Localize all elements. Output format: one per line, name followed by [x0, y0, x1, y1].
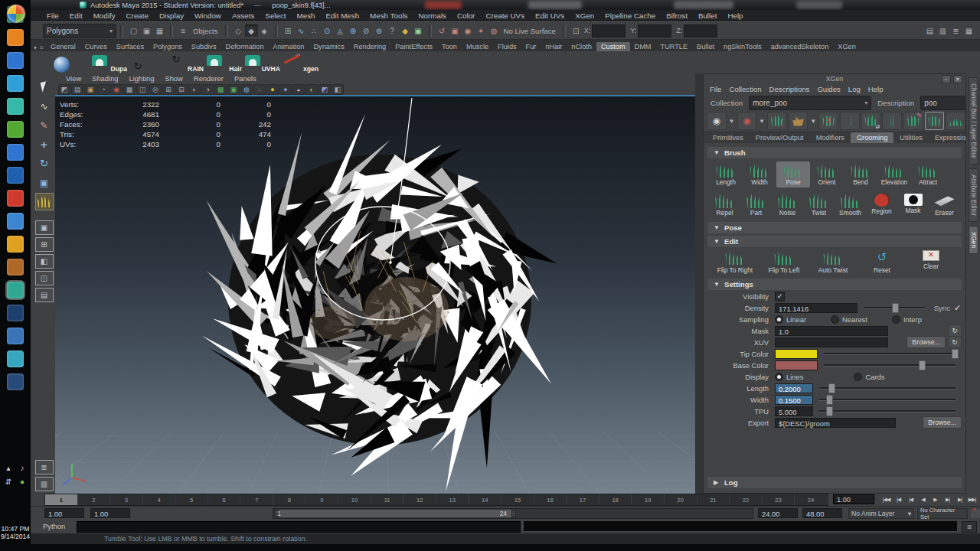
- menu-item[interactable]: Mesh: [292, 11, 321, 20]
- edit-section-header[interactable]: ▼ Edit: [707, 236, 962, 247]
- absolute-relative-toggle-icon[interactable]: ⊡: [570, 24, 583, 37]
- outliner-layout-button[interactable]: ≣: [35, 460, 54, 474]
- make-live-icon[interactable]: ◬: [334, 24, 347, 37]
- snap-to-projected-center-icon[interactable]: ⊙: [321, 24, 334, 37]
- delete-guides-icon[interactable]: [818, 112, 838, 130]
- shelf-tab[interactable]: nCloth: [567, 42, 596, 51]
- edit-action-button[interactable]: Clear: [906, 250, 956, 274]
- brush-tool-button[interactable]: Pose: [776, 161, 810, 187]
- menu-item[interactable]: Edit: [64, 11, 88, 20]
- display-radio[interactable]: Cards: [854, 373, 884, 381]
- menu-item[interactable]: Edit Mesh: [321, 11, 365, 20]
- taskbar-app-icon[interactable]: [7, 236, 24, 253]
- bookmark-icon[interactable]: ◔: [97, 84, 109, 95]
- slider-knob[interactable]: [826, 406, 833, 416]
- film-gate-icon[interactable]: ⊟: [175, 84, 188, 95]
- brush-tool-button[interactable]: Eraser: [929, 192, 960, 218]
- shelf-tab[interactable]: Curves: [80, 42, 112, 51]
- playback-end-field[interactable]: 24.00: [758, 508, 798, 518]
- playback-start-field[interactable]: 1.00: [90, 508, 130, 518]
- edit-action-button[interactable]: Reset: [858, 250, 906, 274]
- collection-dropdown[interactable]: more_poo▾: [749, 96, 871, 110]
- motion-blur-icon[interactable]: ◐: [305, 84, 318, 95]
- shelf-tab[interactable]: Rendering: [349, 42, 390, 51]
- channel-box-toggle-icon[interactable]: ▦: [962, 24, 975, 37]
- 24[interactable]: 24: [795, 494, 828, 505]
- objects-menu-icon[interactable]: ≡: [177, 24, 190, 37]
- panel-menu-item[interactable]: Panels: [230, 74, 261, 83]
- shelf-tab[interactable]: Muscle: [462, 42, 493, 51]
- xgen-menu-item[interactable]: Descriptions: [768, 85, 816, 93]
- sync-checkbox[interactable]: ✓: [953, 304, 962, 312]
- ipr-render-icon[interactable]: ◉: [462, 24, 475, 37]
- pose-section-header[interactable]: ▼ Pose: [707, 222, 962, 233]
- image-plane-icon[interactable]: ◉: [110, 84, 122, 95]
- brush-tool-button[interactable]: Smooth: [835, 192, 866, 218]
- tpu-slider[interactable]: [819, 410, 956, 412]
- render-settings-icon[interactable]: ✶: [475, 24, 488, 37]
- visibility-checkbox[interactable]: ✓: [775, 292, 785, 302]
- slider-knob[interactable]: [919, 360, 926, 370]
- lock-selection-icon[interactable]: ◆: [399, 24, 412, 37]
- construction-history-icon[interactable]: ↺: [436, 24, 449, 37]
- animation-end-field[interactable]: 48.00: [802, 508, 842, 518]
- brush-tool-button[interactable]: Twist: [803, 192, 835, 218]
- dupa-shelf-button[interactable]: Dupa: [83, 52, 116, 73]
- textured-icon[interactable]: ◍: [240, 84, 253, 95]
- menu-item[interactable]: Create UVs: [480, 11, 530, 20]
- 18[interactable]: 18: [599, 494, 632, 505]
- menu-item[interactable]: Edit UVs: [530, 11, 570, 20]
- taskbar-app-icon[interactable]: [7, 305, 24, 321]
- shelf-tab[interactable]: advancedSkeleton: [766, 42, 834, 51]
- grid-toggle-icon[interactable]: ⊞: [162, 84, 175, 95]
- clear-preview-icon[interactable]: [737, 112, 757, 130]
- z-input[interactable]: [684, 24, 717, 37]
- anim-layer-dropdown[interactable]: No Anim Layer▾: [848, 508, 914, 519]
- settings-section-header[interactable]: ▼ Settings: [707, 279, 962, 290]
- network-icon[interactable]: ⇵: [3, 476, 14, 487]
- display-radio[interactable]: Lines: [775, 373, 803, 381]
- brush-tool-button[interactable]: Width: [743, 161, 776, 187]
- 16[interactable]: 16: [534, 494, 567, 505]
- shelf-tab[interactable]: XGen: [833, 42, 861, 51]
- taskbar-maya-icon[interactable]: [7, 282, 24, 298]
- taskbar-app-icon[interactable]: [7, 213, 24, 230]
- greenshot-icon[interactable]: ●: [17, 476, 28, 487]
- tip-color-slider[interactable]: [824, 353, 956, 355]
- 13[interactable]: 13: [436, 494, 469, 505]
- menu-item[interactable]: Bullet: [693, 11, 723, 20]
- slider-knob[interactable]: [952, 349, 959, 359]
- xgen-tab[interactable]: Modifiers: [810, 132, 851, 143]
- step-forward-frame-button[interactable]: ▶|: [954, 494, 965, 505]
- brush-tool-button[interactable]: Orient: [810, 161, 844, 187]
- undock-button[interactable]: ▫: [942, 75, 951, 83]
- step-forward-key-button[interactable]: ▶|: [942, 494, 953, 505]
- preview-menu-caret[interactable]: [728, 112, 736, 129]
- ground-guides-icon[interactable]: [946, 112, 965, 130]
- lighting-icon[interactable]: ●: [266, 84, 279, 95]
- taskbar-app-icon[interactable]: [7, 52, 24, 69]
- menu-item[interactable]: Create: [121, 11, 154, 20]
- brush-tool-button[interactable]: Region: [866, 192, 897, 218]
- step-back-frame-button[interactable]: |◀: [893, 494, 904, 505]
- sampling-radio[interactable]: Interp: [892, 315, 922, 324]
- taskbar-app-icon[interactable]: [7, 373, 24, 390]
- animation-start-field[interactable]: 1.00: [44, 508, 84, 518]
- snap-to-grid-icon[interactable]: ⊞: [282, 24, 295, 37]
- menu-item[interactable]: Help: [722, 11, 748, 20]
- side-tab[interactable]: XGen: [969, 226, 978, 254]
- xgen-menu-item[interactable]: Guides: [815, 85, 846, 93]
- shelf-tab[interactable]: Polygons: [149, 42, 187, 51]
- xgen-grooming-tool[interactable]: [35, 193, 54, 210]
- 15[interactable]: 15: [501, 494, 534, 505]
- export-field[interactable]: ${DESC}/groom: [775, 418, 896, 428]
- paint-select-tool[interactable]: [35, 116, 54, 134]
- save-scene-icon[interactable]: ▦: [153, 24, 166, 37]
- 1[interactable]: 1: [45, 494, 78, 505]
- slider-knob[interactable]: [828, 383, 835, 393]
- 23[interactable]: 23: [763, 494, 795, 505]
- shelf-tab[interactable]: Surfaces: [112, 42, 149, 51]
- width-slider[interactable]: [819, 399, 956, 401]
- density-slider[interactable]: [864, 307, 925, 309]
- preview-toggle-icon[interactable]: [707, 112, 727, 130]
